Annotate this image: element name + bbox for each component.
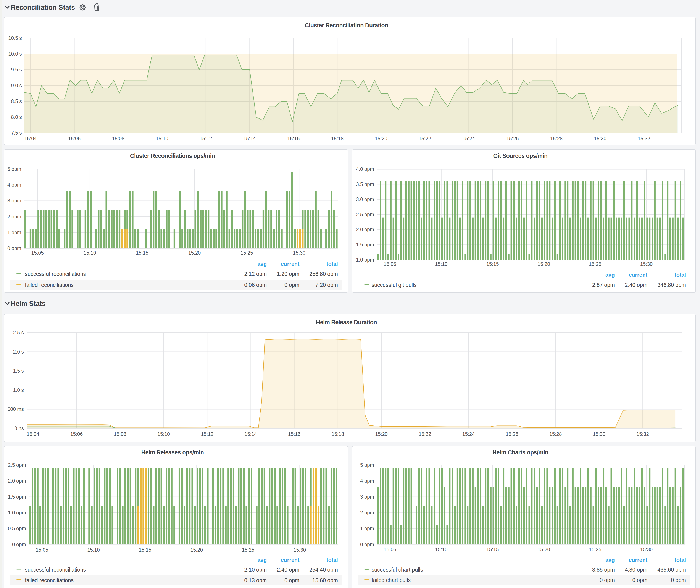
svg-text:15:30: 15:30 [593,431,605,437]
svg-text:15:15: 15:15 [486,547,499,552]
svg-text:Helm Release Duration: Helm Release Duration [316,319,377,326]
svg-text:2.5 s: 2.5 s [13,330,24,335]
svg-text:2.0 opm: 2.0 opm [356,226,374,232]
svg-text:15:24: 15:24 [462,431,475,437]
svg-text:15:05: 15:05 [35,547,48,553]
svg-text:15:08: 15:08 [112,136,124,141]
svg-text:15:10: 15:10 [435,261,448,267]
svg-text:2.40 opm: 2.40 opm [625,282,647,288]
svg-text:346.80 opm: 346.80 opm [657,282,686,288]
svg-text:15:26: 15:26 [506,136,519,141]
svg-text:Helm Releases ops/min: Helm Releases ops/min [141,449,203,456]
svg-text:15:20: 15:20 [538,261,550,267]
svg-text:8.0 s: 8.0 s [11,114,22,120]
svg-text:8.5 s: 8.5 s [11,99,22,104]
svg-text:15:15: 15:15 [136,250,148,255]
svg-text:15:28: 15:28 [549,431,562,437]
svg-text:0 opm: 0 opm [284,577,299,583]
svg-text:avg: avg [605,557,615,563]
svg-text:15:08: 15:08 [114,431,126,437]
svg-text:15:16: 15:16 [288,431,300,437]
svg-text:15:30: 15:30 [293,250,305,255]
svg-text:3.5 opm: 3.5 opm [356,181,374,187]
svg-text:465.60 opm: 465.60 opm [657,567,686,573]
svg-text:avg: avg [605,271,615,278]
svg-text:15:25: 15:25 [589,261,602,267]
svg-text:failed reconciliations: failed reconciliations [25,282,73,288]
svg-text:9.5 s: 9.5 s [11,67,22,73]
svg-text:2 opm: 2 opm [7,214,21,219]
svg-text:9.0 s: 9.0 s [11,83,22,88]
svg-text:0 opm: 0 opm [632,577,647,583]
svg-text:15:05: 15:05 [31,250,44,255]
svg-text:15:32: 15:32 [636,431,649,437]
svg-text:15:24: 15:24 [462,136,475,141]
svg-text:Cluster Reconciliation Duratio: Cluster Reconciliation Duration [305,22,388,29]
svg-text:15:30: 15:30 [293,547,306,553]
svg-text:15:20: 15:20 [538,547,550,552]
svg-text:15:30: 15:30 [594,136,606,141]
svg-text:failed chart pulls: failed chart pulls [372,577,411,583]
svg-text:0 opm: 0 opm [12,542,26,547]
svg-text:15:20: 15:20 [188,250,201,255]
svg-text:1 opm: 1 opm [360,526,374,531]
svg-text:15:10: 15:10 [157,431,170,437]
svg-text:total: total [326,261,338,267]
svg-text:2.5 opm: 2.5 opm [8,462,26,468]
svg-text:4.80 opm: 4.80 opm [625,567,647,573]
svg-text:15:15: 15:15 [486,261,499,267]
svg-text:2.5 opm: 2.5 opm [356,212,374,217]
svg-text:failed reconciliations: failed reconciliations [25,577,73,583]
svg-text:15:04: 15:04 [27,431,39,437]
svg-text:15:18: 15:18 [331,136,343,141]
svg-text:15:30: 15:30 [640,547,653,552]
svg-text:current: current [629,557,648,563]
svg-text:3 opm: 3 opm [360,494,374,500]
svg-text:254.40 opm: 254.40 opm [309,567,338,573]
svg-text:1.0 opm: 1.0 opm [8,510,26,515]
svg-text:5 opm: 5 opm [360,462,374,468]
svg-text:10.0 s: 10.0 s [8,51,22,57]
svg-text:0.5 opm: 0.5 opm [8,526,26,531]
svg-text:avg: avg [257,261,266,267]
svg-text:0 opm: 0 opm [600,577,615,583]
svg-text:1.5 opm: 1.5 opm [8,494,26,500]
svg-text:15:04: 15:04 [24,136,37,141]
svg-text:3.0 opm: 3.0 opm [356,196,374,202]
svg-text:15.60 opm: 15.60 opm [312,577,338,583]
svg-text:15:12: 15:12 [199,136,212,141]
svg-text:Git Sources ops/min: Git Sources ops/min [493,152,547,159]
svg-text:15:06: 15:06 [70,431,83,437]
svg-text:15:25: 15:25 [242,547,254,553]
svg-text:15:18: 15:18 [331,431,344,437]
svg-text:15:22: 15:22 [418,431,431,437]
svg-text:5 opm: 5 opm [7,166,21,172]
svg-text:15:22: 15:22 [418,136,431,141]
svg-text:15:16: 15:16 [287,136,300,141]
svg-text:0 ns: 0 ns [14,426,24,431]
svg-text:500 ms: 500 ms [7,406,24,412]
svg-text:avg: avg [257,557,266,563]
svg-text:Reconciliation Stats: Reconciliation Stats [11,4,75,11]
svg-text:current: current [281,557,299,563]
svg-text:0 opm: 0 opm [360,542,374,547]
svg-text:2 opm: 2 opm [360,510,374,515]
svg-text:Cluster Reconciliations ops/mi: Cluster Reconciliations ops/min [130,152,215,159]
svg-text:10.5 s: 10.5 s [8,35,22,41]
svg-text:0 opm: 0 opm [284,282,299,288]
svg-text:1.5 opm: 1.5 opm [356,242,374,247]
svg-text:15:25: 15:25 [240,250,253,255]
svg-text:256.80 opm: 256.80 opm [309,271,338,277]
svg-text:15:10: 15:10 [435,547,448,552]
svg-text:current: current [629,271,648,278]
svg-text:2.0 opm: 2.0 opm [8,478,26,484]
svg-text:15:25: 15:25 [589,547,602,552]
svg-text:15:30: 15:30 [640,261,653,267]
svg-text:15:10: 15:10 [83,250,96,255]
svg-text:2.12 opm: 2.12 opm [244,271,266,277]
svg-text:successful reconciliations: successful reconciliations [25,567,86,573]
svg-text:4 opm: 4 opm [7,182,21,187]
svg-text:3.85 opm: 3.85 opm [592,567,615,573]
svg-text:15:12: 15:12 [201,431,213,437]
svg-text:15:10: 15:10 [156,136,168,141]
